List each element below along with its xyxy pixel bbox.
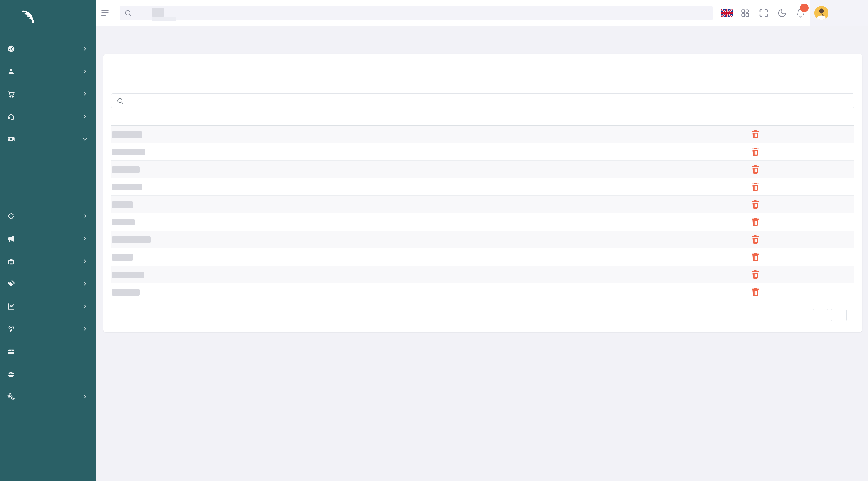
language-flag-button[interactable] bbox=[718, 0, 736, 26]
delete-button[interactable] bbox=[751, 217, 760, 227]
trash-icon bbox=[751, 218, 759, 226]
cell-customer-id bbox=[266, 196, 306, 213]
sidebar-item-communications[interactable] bbox=[0, 227, 96, 250]
sidebar-item-reporting-analytics[interactable] bbox=[0, 295, 96, 318]
col-actions bbox=[750, 117, 854, 126]
delete-button[interactable] bbox=[751, 182, 760, 192]
table-row bbox=[111, 126, 854, 143]
cell-expiry bbox=[432, 231, 521, 248]
sidebar-subitem-recent-transactions[interactable]: – bbox=[0, 168, 96, 187]
previous-page-button[interactable] bbox=[813, 309, 828, 321]
dark-mode-button[interactable] bbox=[773, 0, 791, 26]
delete-button[interactable] bbox=[751, 287, 760, 297]
chevron-down-icon bbox=[82, 136, 88, 142]
delete-button[interactable] bbox=[751, 147, 760, 157]
hamburger-menu-icon[interactable] bbox=[101, 6, 115, 20]
apps-grid-icon bbox=[741, 8, 750, 18]
sidebar-item-users-roles[interactable] bbox=[0, 363, 96, 385]
cell-default bbox=[642, 266, 750, 283]
sidebar-subitem-expring-credit-cards[interactable]: – bbox=[0, 187, 96, 205]
sidebar-item-dashboards[interactable] bbox=[0, 37, 96, 60]
cell-customer-id bbox=[266, 178, 306, 196]
cell-added bbox=[521, 178, 642, 196]
col-added bbox=[521, 117, 642, 126]
cell-issuer bbox=[306, 126, 432, 143]
cell-expiry bbox=[432, 196, 521, 213]
payment-methods-card bbox=[103, 54, 862, 332]
redacted-nickname bbox=[112, 201, 133, 208]
redacted-nickname bbox=[112, 184, 143, 190]
topbar bbox=[96, 0, 868, 26]
delete-button[interactable] bbox=[751, 235, 760, 245]
global-search-input[interactable] bbox=[135, 9, 708, 17]
cell-added bbox=[521, 231, 642, 248]
redacted-nickname bbox=[112, 254, 133, 261]
cell-issuer bbox=[306, 161, 432, 178]
apps-grid-button[interactable] bbox=[736, 0, 754, 26]
table-row bbox=[111, 143, 854, 161]
cell-added bbox=[521, 196, 642, 213]
user-menu[interactable] bbox=[810, 0, 868, 26]
delete-button[interactable] bbox=[751, 252, 760, 262]
cell-customer-id bbox=[266, 231, 306, 248]
table-search bbox=[111, 93, 854, 108]
cell-default bbox=[642, 283, 750, 301]
cell-added bbox=[521, 213, 642, 231]
redacted-nickname bbox=[112, 271, 144, 278]
trash-icon bbox=[751, 200, 759, 209]
trash-icon bbox=[751, 270, 759, 279]
delete-button[interactable] bbox=[751, 165, 760, 174]
table-row bbox=[111, 266, 854, 283]
sidebar-item-services[interactable] bbox=[0, 83, 96, 105]
gears-icon bbox=[7, 393, 20, 401]
trash-icon bbox=[751, 183, 759, 191]
cell-issuer bbox=[306, 248, 432, 266]
avatar bbox=[814, 6, 829, 20]
brand-logo[interactable] bbox=[0, 0, 96, 24]
topbar-search bbox=[120, 6, 713, 21]
cell-customer-id bbox=[266, 213, 306, 231]
delete-button[interactable] bbox=[751, 130, 760, 139]
table-row bbox=[111, 248, 854, 266]
table-search-input[interactable] bbox=[128, 97, 849, 104]
chevron-right-icon bbox=[82, 394, 88, 399]
chevron-right-icon bbox=[82, 114, 88, 120]
fullscreen-button[interactable] bbox=[754, 0, 773, 26]
sidebar-item-provisioning[interactable] bbox=[0, 205, 96, 227]
sidebar-item-support[interactable] bbox=[0, 105, 96, 128]
cell-default bbox=[642, 126, 750, 143]
chart-icon bbox=[7, 302, 20, 311]
headset-icon bbox=[7, 113, 20, 121]
cell-customer-id bbox=[266, 266, 306, 283]
trash-icon bbox=[751, 288, 759, 296]
chevron-right-icon bbox=[82, 258, 88, 264]
sidebar-item-product-management[interactable] bbox=[0, 340, 96, 363]
next-page-button[interactable] bbox=[831, 309, 846, 321]
delete-button[interactable] bbox=[751, 270, 760, 280]
sidebar-item-inventory[interactable] bbox=[0, 250, 96, 272]
cell-issuer bbox=[306, 196, 432, 213]
sidebar-item-cell-broadcast[interactable] bbox=[0, 318, 96, 340]
notifications-button[interactable] bbox=[791, 0, 810, 26]
table-row bbox=[111, 283, 854, 301]
cell-default bbox=[642, 248, 750, 266]
sidebar-item-batch-processes[interactable] bbox=[0, 385, 96, 408]
cell-expiry bbox=[432, 143, 521, 161]
chevron-right-icon bbox=[82, 46, 88, 52]
broadcast-tower-icon bbox=[7, 325, 20, 333]
sidebar-item-products-plans[interactable] bbox=[0, 272, 96, 295]
dash-icon: – bbox=[9, 174, 18, 182]
sidebar-item-billing[interactable] bbox=[0, 128, 96, 150]
col-expiry bbox=[432, 117, 521, 126]
cell-customer-id bbox=[266, 161, 306, 178]
search-icon bbox=[117, 97, 124, 104]
table-header-row bbox=[111, 117, 854, 126]
chevron-right-icon bbox=[82, 213, 88, 219]
cell-issuer bbox=[306, 266, 432, 283]
delete-button[interactable] bbox=[751, 200, 760, 210]
trash-icon bbox=[751, 165, 759, 174]
moon-icon bbox=[777, 8, 787, 18]
sidebar-item-customers[interactable] bbox=[0, 60, 96, 83]
sidebar-subitem-outstanding-invoices[interactable]: – bbox=[0, 150, 96, 168]
cell-added bbox=[521, 161, 642, 178]
